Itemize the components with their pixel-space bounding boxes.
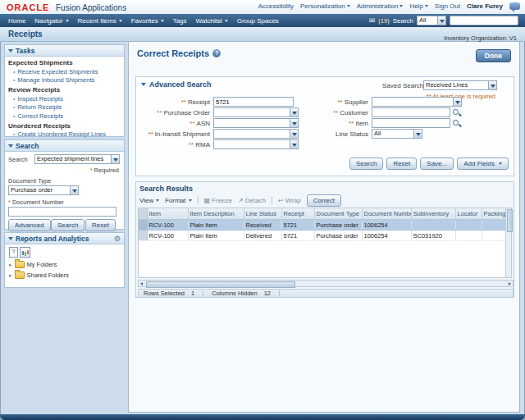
- help-icon[interactable]: ?: [212, 49, 221, 57]
- supplier-select[interactable]: [372, 97, 462, 107]
- wrench-icon[interactable]: ⚙: [114, 235, 121, 243]
- col-packing[interactable]: Packing: [482, 208, 506, 220]
- col-subinventory[interactable]: Subinventory: [411, 208, 455, 220]
- shared-folders-item[interactable]: ▸ Shared Folders: [9, 272, 69, 279]
- cell-subinventory: [411, 220, 455, 231]
- caret-icon[interactable]: ▸: [9, 272, 12, 279]
- tasks-panel-header[interactable]: Tasks: [5, 45, 124, 57]
- task-link-correct-receipts[interactable]: •Correct Receipts: [13, 112, 124, 120]
- folder-icon: [15, 261, 25, 268]
- field-line-status: Line Status All: [303, 129, 422, 139]
- correct-button[interactable]: Correct: [307, 194, 341, 207]
- search-panel-header[interactable]: Search: [5, 140, 124, 152]
- search-lov-icon[interactable]: [452, 119, 461, 128]
- col-locator[interactable]: Locator: [455, 208, 482, 220]
- nav-recent-items[interactable]: Recent Items: [78, 17, 122, 25]
- task-link-inspect-receipts[interactable]: •Inspect Receipts: [13, 95, 124, 103]
- nav-tags[interactable]: Tags: [173, 17, 187, 25]
- col-document-type[interactable]: Document Type: [314, 208, 362, 220]
- in-transit-shipment-select[interactable]: [213, 129, 299, 139]
- administration-menu[interactable]: Administration: [357, 2, 404, 10]
- advanced-search-panel: Advanced Search Saved Search Received Li…: [135, 76, 514, 176]
- task-link-receive-expected-shipments[interactable]: •Receive Expected Shipments: [13, 68, 124, 75]
- nav-navigator[interactable]: Navigator: [34, 17, 68, 25]
- task-link-return-receipts[interactable]: •Return Receipts: [13, 103, 124, 111]
- search-lov-icon[interactable]: [452, 108, 461, 117]
- done-button[interactable]: Done: [476, 49, 511, 62]
- customer-input[interactable]: [372, 107, 450, 117]
- tab-receipts[interactable]: Receipts: [8, 30, 43, 39]
- task-link-manage-inbound-shipments[interactable]: •Manage Inbound Shipments: [13, 76, 124, 84]
- receipt-input[interactable]: [213, 97, 294, 107]
- chat-icon[interactable]: [509, 2, 520, 10]
- horizontal-scrollbar-thumb[interactable]: [146, 281, 295, 288]
- freeze-button[interactable]: ▦Freeze: [204, 197, 232, 204]
- purchase-order-select[interactable]: [213, 107, 299, 117]
- vertical-scrollbar-thumb[interactable]: [507, 209, 513, 232]
- advanced-search-title[interactable]: Advanced Search: [141, 80, 212, 89]
- asn-select[interactable]: [213, 118, 299, 128]
- document-type-select[interactable]: Purchase order: [8, 185, 79, 195]
- save-button[interactable]: Save...: [420, 158, 454, 170]
- col-line-status[interactable]: Line Status: [244, 208, 281, 220]
- rma-select[interactable]: [213, 139, 299, 149]
- nav-group-spaces[interactable]: Group Spaces: [237, 17, 279, 25]
- table-row[interactable]: RCV-100 Plain Item Delivered 5721 Purcha…: [139, 231, 506, 241]
- adv-reset-button[interactable]: Reset: [386, 158, 417, 170]
- search-label: Search: [393, 17, 413, 25]
- purchase-order-label: **Purchase Order: [139, 109, 213, 116]
- col-item-description[interactable]: Item Description: [188, 208, 244, 220]
- help-book-icon[interactable]: ?: [9, 247, 18, 258]
- advanced-button[interactable]: Advanced: [8, 219, 51, 231]
- document-number-input[interactable]: [8, 207, 116, 217]
- wrap-button[interactable]: ↩Wrap: [278, 197, 301, 204]
- document-number-label: *Document Number: [8, 199, 64, 206]
- caret-icon[interactable]: ▸: [9, 262, 12, 268]
- cell-document-number: 1006254: [362, 220, 411, 231]
- personalization-menu[interactable]: Personalization: [300, 2, 350, 10]
- search-type-select[interactable]: Expected shipment lines: [34, 154, 120, 164]
- sidebar-search-button[interactable]: Search: [51, 219, 84, 231]
- toolbar-separator: [198, 196, 199, 204]
- chevron-down-icon: [156, 199, 159, 202]
- format-menu[interactable]: Format: [165, 197, 191, 204]
- vertical-scrollbar[interactable]: [505, 208, 512, 278]
- add-fields-button[interactable]: Add Fields: [457, 158, 509, 170]
- table-row[interactable]: RCV-100 Plain Item Received 5721 Purchas…: [139, 220, 506, 231]
- col-receipt[interactable]: Receipt: [281, 208, 314, 220]
- view-menu[interactable]: View: [139, 197, 159, 204]
- task-group-heading: Review Receipts: [8, 86, 124, 94]
- row-selector[interactable]: [139, 231, 147, 241]
- status-separator: [203, 290, 203, 296]
- nav-favorites[interactable]: Favorites: [131, 17, 164, 25]
- nav-home[interactable]: Home: [8, 17, 25, 25]
- chevron-down-icon: [347, 5, 350, 7]
- rows-selected-label: Rows Selected: [144, 290, 185, 297]
- saved-search-select[interactable]: Received Lines: [423, 80, 497, 90]
- detach-button[interactable]: ↗Detach: [238, 197, 266, 204]
- sign-out-link[interactable]: Sign Out: [435, 2, 460, 10]
- sidebar-reset-button[interactable]: Reset: [85, 219, 116, 231]
- scroll-right-arrow[interactable]: [509, 282, 511, 285]
- my-folders-item[interactable]: ▸ My Folders: [9, 261, 57, 268]
- document-type-label: Document Type: [8, 177, 51, 185]
- nav-watchlist[interactable]: Watchlist: [196, 17, 228, 25]
- item-input[interactable]: [372, 118, 450, 128]
- scroll-left-arrow[interactable]: [140, 282, 143, 285]
- col-document-number[interactable]: Document Number: [362, 208, 411, 220]
- inventory-org-context[interactable]: Inventory Organization: V1: [444, 34, 517, 42]
- row-selector[interactable]: [139, 220, 147, 231]
- adv-search-button[interactable]: Search: [349, 158, 383, 170]
- reports-panel-header[interactable]: Reports and Analytics ⚙: [5, 233, 124, 244]
- help-menu[interactable]: Help: [409, 2, 427, 10]
- col-item[interactable]: Item: [147, 208, 188, 220]
- mail-icon[interactable]: ✉: [369, 16, 376, 25]
- search-scope-select[interactable]: All: [417, 16, 446, 25]
- accessibility-link[interactable]: Accessibility: [258, 2, 294, 10]
- task-link-create-unordered-receipt-lines[interactable]: •Create Unordered Receipt Lines: [13, 130, 124, 138]
- chart-icon[interactable]: [20, 247, 30, 258]
- horizontal-scrollbar[interactable]: [138, 280, 514, 287]
- results-toolbar: View Format ▦Freeze ↗Detach ↩Wrap Correc…: [139, 194, 341, 206]
- global-search-input[interactable]: [450, 16, 518, 25]
- line-status-select[interactable]: All: [372, 129, 422, 139]
